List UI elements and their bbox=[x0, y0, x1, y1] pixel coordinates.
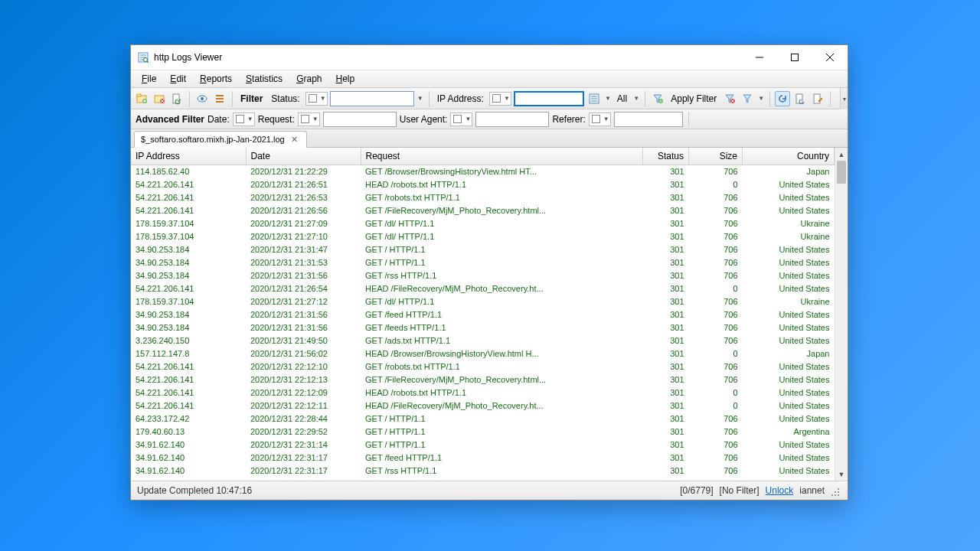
col-size[interactable]: Size bbox=[689, 148, 743, 165]
vertical-scrollbar[interactable]: ▲ ▼ bbox=[835, 148, 848, 481]
cell-country: United States bbox=[743, 399, 835, 412]
menu-reports[interactable]: Reports bbox=[194, 72, 238, 86]
cell-ip: 54.221.206.141 bbox=[131, 373, 246, 386]
funnel-icon[interactable] bbox=[740, 91, 755, 106]
apply-filter-button[interactable]: Apply Filter bbox=[668, 93, 720, 104]
unlock-link[interactable]: Unlock bbox=[766, 485, 794, 496]
menu-graph[interactable]: Graph bbox=[290, 72, 328, 86]
doc-refresh-icon[interactable] bbox=[792, 91, 808, 106]
view-icon[interactable] bbox=[194, 91, 210, 106]
table-row[interactable]: 178.159.37.1042020/12/31 21:27:10GET /dl… bbox=[131, 230, 835, 243]
log-grid[interactable]: IP Address Date Request Status Size Coun… bbox=[131, 148, 835, 481]
scroll-track[interactable] bbox=[835, 161, 848, 468]
referer-combo[interactable]: ▼ bbox=[589, 112, 611, 126]
table-row[interactable]: 54.221.206.1412020/12/31 22:12:10GET /ro… bbox=[131, 360, 835, 373]
doc-edit-icon[interactable] bbox=[810, 91, 825, 106]
scroll-up-icon[interactable]: ▲ bbox=[835, 148, 848, 161]
menu-edit[interactable]: Edit bbox=[164, 72, 192, 86]
ip-combo[interactable]: ▼ bbox=[489, 92, 511, 106]
reload-file-icon[interactable] bbox=[169, 91, 185, 106]
cell-status: 301 bbox=[643, 178, 689, 191]
table-row[interactable]: 54.221.206.1412020/12/31 21:26:54HEAD /F… bbox=[131, 282, 835, 295]
menu-file[interactable]: File bbox=[136, 72, 162, 86]
toolbar-overflow[interactable]: ▾ bbox=[840, 88, 848, 109]
table-row[interactable]: 54.221.206.1412020/12/31 22:12:13GET /Fi… bbox=[131, 373, 835, 386]
col-ip[interactable]: IP Address bbox=[131, 148, 246, 165]
col-date[interactable]: Date bbox=[246, 148, 361, 165]
table-row[interactable]: 34.91.62.1402020/12/31 22:31:14GET / HTT… bbox=[131, 439, 835, 452]
maximize-button[interactable] bbox=[777, 45, 812, 70]
table-row[interactable]: 114.185.62.402020/12/31 21:22:29GET /Bro… bbox=[131, 165, 835, 179]
table-row[interactable]: 179.40.60.132020/12/31 22:29:52GET / HTT… bbox=[131, 425, 835, 439]
table-row[interactable]: 34.90.253.1842020/12/31 21:31:56GET /rss… bbox=[131, 269, 835, 282]
status-filter-input[interactable] bbox=[330, 91, 414, 106]
cell-ip: 54.221.206.141 bbox=[131, 178, 246, 191]
cell-status: 301 bbox=[643, 282, 689, 295]
cell-size: 0 bbox=[689, 399, 743, 412]
table-row[interactable]: 34.91.62.1402020/12/31 22:31:17GET /feed… bbox=[131, 452, 835, 465]
list-icon[interactable] bbox=[212, 91, 227, 106]
col-request[interactable]: Request bbox=[361, 148, 643, 165]
table-row[interactable]: 54.221.206.1412020/12/31 21:26:53GET /ro… bbox=[131, 191, 835, 204]
menu-help[interactable]: Help bbox=[330, 72, 361, 86]
refresh-icon[interactable] bbox=[775, 91, 790, 106]
table-row[interactable]: 3.236.240.1502020/12/31 21:49:50GET /ads… bbox=[131, 334, 835, 347]
col-status[interactable]: Status bbox=[643, 148, 689, 165]
request-input[interactable] bbox=[323, 112, 397, 127]
cell-size: 0 bbox=[689, 178, 743, 191]
cell-country: United States bbox=[743, 321, 835, 334]
table-row[interactable]: 178.159.37.1042020/12/31 21:27:12GET /dl… bbox=[131, 295, 835, 308]
cell-ip: 54.221.206.141 bbox=[131, 386, 246, 399]
titlebar[interactable]: http Logs Viewer bbox=[131, 45, 848, 70]
cell-request: GET /Browser/BrowsingHistoryView.html HT… bbox=[361, 165, 643, 179]
status-filter-dropdown[interactable]: ▼ bbox=[416, 91, 424, 106]
all-label[interactable]: All bbox=[614, 93, 630, 104]
table-row[interactable]: 157.112.147.82020/12/31 21:56:02HEAD /Br… bbox=[131, 347, 835, 360]
useragent-input[interactable] bbox=[475, 112, 549, 127]
table-row[interactable]: 34.90.253.1842020/12/31 21:31:47GET / HT… bbox=[131, 243, 835, 256]
table-row[interactable]: 178.159.37.1042020/12/31 21:27:09GET /dl… bbox=[131, 217, 835, 230]
cell-status: 301 bbox=[643, 243, 689, 256]
ip-picker-icon[interactable] bbox=[586, 91, 602, 106]
funnel-clear-icon[interactable] bbox=[722, 91, 737, 106]
table-row[interactable]: 34.90.253.1842020/12/31 21:31:53GET / HT… bbox=[131, 256, 835, 269]
menu-statistics[interactable]: Statistics bbox=[240, 72, 289, 86]
close-button[interactable] bbox=[812, 45, 848, 70]
cell-country: United States bbox=[743, 204, 835, 217]
statusbar: Update Completed 10:47:16 [0/6779] [No F… bbox=[131, 481, 848, 500]
table-row[interactable]: 34.90.253.1842020/12/31 21:31:56GET /fee… bbox=[131, 321, 835, 334]
status-filter: [No Filter] bbox=[720, 485, 760, 496]
status-combo[interactable]: ▼ bbox=[305, 92, 328, 106]
resize-grip-icon[interactable] bbox=[831, 487, 841, 498]
scroll-down-icon[interactable]: ▼ bbox=[835, 468, 848, 481]
col-country[interactable]: Country bbox=[743, 148, 835, 165]
date-combo[interactable]: ▼ bbox=[233, 112, 255, 126]
referer-input[interactable] bbox=[614, 112, 683, 127]
useragent-combo[interactable]: ▼ bbox=[450, 112, 472, 126]
table-row[interactable]: 54.221.206.1412020/12/31 21:26:56GET /Fi… bbox=[131, 204, 835, 217]
cell-size: 706 bbox=[689, 217, 743, 230]
cell-size: 706 bbox=[689, 204, 743, 217]
tab-close-icon[interactable]: ✕ bbox=[289, 134, 300, 145]
cell-request: GET /rss HTTP/1.1 bbox=[361, 465, 643, 478]
file-tab[interactable]: $_softaro.softaro.mixh.jp-Jan-2021.log ✕ bbox=[134, 131, 307, 148]
cell-status: 301 bbox=[643, 439, 689, 452]
status-user: iannet bbox=[799, 485, 825, 496]
funnel-dropdown[interactable]: ▼ bbox=[757, 91, 765, 106]
open-icon[interactable] bbox=[134, 91, 149, 106]
cell-request: GET /robots.txt HTTP/1.1 bbox=[361, 360, 643, 373]
all-dropdown[interactable]: ▼ bbox=[632, 91, 640, 106]
minimize-button[interactable] bbox=[742, 45, 777, 70]
table-row[interactable]: 64.233.172.422020/12/31 22:28:44GET / HT… bbox=[131, 412, 835, 425]
funnel-apply-icon[interactable] bbox=[650, 91, 665, 106]
table-row[interactable]: 34.90.253.1842020/12/31 21:31:56GET /fee… bbox=[131, 308, 835, 321]
remove-icon[interactable] bbox=[152, 91, 167, 106]
request-combo[interactable]: ▼ bbox=[298, 112, 320, 126]
table-row[interactable]: 34.91.62.1402020/12/31 22:31:17GET /rss … bbox=[131, 465, 835, 478]
table-row[interactable]: 54.221.206.1412020/12/31 22:12:09HEAD /r… bbox=[131, 386, 835, 399]
scroll-thumb[interactable] bbox=[837, 161, 846, 184]
table-row[interactable]: 54.221.206.1412020/12/31 21:26:51HEAD /r… bbox=[131, 178, 835, 191]
ip-filter-input[interactable] bbox=[514, 91, 584, 106]
table-row[interactable]: 54.221.206.1412020/12/31 22:12:11HEAD /F… bbox=[131, 399, 835, 412]
ip-filter-dropdown[interactable]: ▼ bbox=[604, 91, 612, 106]
